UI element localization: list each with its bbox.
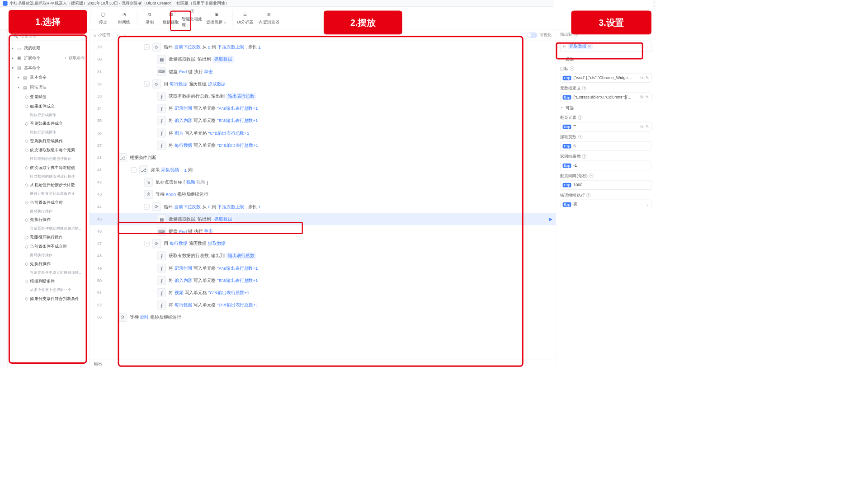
code-line[interactable]: 32−⟳用 每行数据 遍历数组 抓取数据 — [90, 78, 556, 90]
code-line[interactable]: 34⨍将 记录时间 写入单元格 "A"&输出表行总数+1 — [90, 103, 556, 115]
prop-interval-input[interactable]: Exp1000 — [560, 180, 651, 190]
group-required[interactable]: ⌃必选 — [556, 55, 656, 65]
breadcrumb[interactable]: ⌂ 小红书… › … › … — [94, 32, 131, 38]
fold-toggle[interactable]: − — [144, 241, 150, 246]
fold-toggle[interactable]: − — [144, 44, 150, 50]
fx-icon[interactable]: fx — [640, 124, 643, 129]
help-icon[interactable]: ? — [578, 135, 583, 139]
command-tree-item[interactable]: 从初始值开始按步长计数继续计数直至到结束值停止 — [8, 181, 89, 198]
code-line[interactable]: 56⏱等待 延时 毫秒后继续运行 — [90, 311, 556, 324]
code-line[interactable]: 42🖱鼠标点击目标 [ 视频 视频 ] — [90, 176, 556, 188]
activity-bar[interactable] — [0, 29, 8, 369]
node-basic-commands[interactable]: ▸▤基本命令 — [8, 73, 89, 83]
run-line-icon[interactable]: ▶ — [549, 217, 552, 222]
edit-icon[interactable]: ✎ — [646, 95, 649, 100]
command-tree-item[interactable]: 当前置条件成立时循环执行操作 — [8, 198, 89, 216]
edit-icon[interactable]: ✎ — [646, 124, 649, 129]
help-icon[interactable]: ? — [578, 115, 583, 120]
fold-toggle[interactable]: − — [144, 81, 150, 87]
prop-onerror-input[interactable]: Exp否⌄ — [560, 200, 651, 209]
code-line[interactable]: 41⎇根据条件判断 — [90, 151, 556, 164]
visualize-toggle[interactable]: 可视化 — [527, 32, 552, 38]
code-line[interactable]: 51⨍将 视频 写入单元格 "C"&输出表行总数+1 — [90, 286, 556, 299]
prop-rows-input[interactable]: Exp-1 — [560, 161, 651, 170]
code-line[interactable]: 43⏱等待 5000 毫秒后继续运行 — [90, 188, 556, 201]
fx-icon[interactable]: fx — [640, 75, 643, 80]
code-line[interactable]: 44−⟳循环 当前下拉次数 从 0 到 下拉次数上限, 步长 1 — [90, 201, 556, 213]
code-text: 等待 5000 毫秒后继续运行 — [156, 192, 208, 198]
code-line[interactable]: 41−⎇如果 采集视频 = 1 则 — [90, 164, 556, 176]
group-optional[interactable]: ⌃可选 — [556, 103, 656, 113]
section-extensions[interactable]: ▸▣扩展命令＋ 获取命令 — [8, 53, 89, 63]
command-tree-item[interactable]: 根据判断条件从多个分支中选择出一个 — [8, 277, 89, 294]
code-editor[interactable]: 29−⟳循环 当前下拉次数 从 0 到 下拉次数上限, 步长 130▦批量抓取数… — [90, 41, 556, 359]
prop-meta-input[interactable]: Exp{"ExtractTable":0,"Columns":[{…fx✎ — [560, 93, 651, 102]
toolbar-ui-analyzer-button[interactable]: ☱UI分析器 — [235, 8, 256, 28]
toolbar-data-extract-button[interactable]: ▦数据抓取 — [160, 8, 182, 28]
prop-target-input[interactable]: Exp{"wnd":[{"cls":"Chrome_Widge…fx✎ — [560, 73, 651, 83]
code-line[interactable]: 46⌨键盘 End 键 执行 单击 — [90, 225, 556, 237]
line-number: 41 — [90, 168, 105, 173]
prop-meta-label: 元数据定义 — [560, 85, 580, 91]
code-line[interactable]: 29−⟳循环 当前下拉次数 从 0 到 下拉次数上限, 步长 1 — [90, 41, 556, 53]
code-line[interactable]: 47−⟳用 每行数据 遍历数组 抓取数据 — [90, 238, 556, 250]
code-line[interactable]: 37⨍将 每行数据 写入单元格 "D"&输出表行总数+1 — [90, 139, 556, 151]
help-icon[interactable]: ? — [570, 66, 574, 71]
fx-icon[interactable]: fx — [640, 95, 643, 100]
code-line[interactable]: 45▦批量抓取数据, 输出到 抓取数据▶ — [90, 213, 556, 225]
toolbar-smart-doc-button[interactable]: Ⓐ智能文档处理 — [182, 8, 203, 28]
toolbar-find-target-button[interactable]: ▣查找目标 ⌄ — [203, 8, 230, 28]
command-item-label: 否则执行后续操作 — [30, 138, 62, 144]
code-line[interactable]: 52⨍将 每行数据 写入单元格 "D"&输出表行总数+1 — [90, 299, 556, 311]
command-tree-item[interactable]: 如果分支条件符合判断条件 — [8, 294, 89, 303]
code-line[interactable]: 33⨍获取有数据的行总数, 输出到 输出表行总数 — [90, 90, 556, 102]
prop-pages-input[interactable]: Exp5 — [560, 141, 651, 151]
code-line[interactable]: 48⨍获取有数据的行总数, 输出到 输出表行总数 — [90, 250, 556, 262]
output-panel-header[interactable]: 输出 — [90, 359, 556, 368]
command-tree-item[interactable]: 如果条件成立则执行后续操作 — [8, 102, 89, 119]
grid-icon: ▦ — [157, 215, 166, 224]
command-tree-item[interactable]: 变量赋值 — [8, 93, 89, 102]
code-line[interactable]: 31⌨键盘 End 键 执行 单击 — [90, 66, 556, 78]
command-tree-item[interactable]: 无限循环执行操作 — [8, 233, 89, 242]
code-text: 将 图片 写入单元格 "C"&输出表行总数+1 — [169, 130, 249, 136]
command-tree-item[interactable]: 当前置条件不成立时循环执行操作 — [8, 242, 89, 259]
section-my-favorites[interactable]: ▸▭我的收藏 — [8, 43, 89, 53]
command-tree-item[interactable]: 否则如果条件成立则执行后续操作 — [8, 119, 89, 137]
chevron-down-icon[interactable]: ⌄ — [646, 202, 649, 207]
prop-page-elem-input[interactable]: Exp""fx✎ — [560, 122, 651, 131]
fold-toggle[interactable]: − — [144, 204, 150, 210]
fold-toggle[interactable]: − — [131, 167, 137, 173]
line-number: 33 — [90, 94, 105, 99]
toolbar-builtin-browser-button[interactable]: ⊞内置浏览器 — [256, 8, 283, 28]
chip-remove-icon[interactable]: ✕ — [588, 44, 591, 49]
edit-icon[interactable]: ✎ — [646, 75, 649, 80]
annotation-banner-1: 1.选择 — [9, 10, 87, 34]
command-tree-item[interactable]: 先执行操作当后置条件不成立时继续循环… — [8, 259, 89, 277]
command-tree-item[interactable]: 先执行操作当后置条件成立时继续循环执… — [8, 216, 89, 233]
help-icon[interactable]: ? — [582, 86, 587, 90]
toolbar-record-button[interactable]: ⧉录制 — [139, 8, 160, 28]
command-tree-item[interactable]: 否则执行后续操作 — [8, 136, 89, 145]
help-icon[interactable]: ? — [586, 193, 591, 197]
toolbar-stop-button[interactable]: ◯停止 — [93, 8, 114, 28]
line-number: 30 — [90, 57, 105, 62]
help-icon[interactable]: ? — [582, 154, 587, 159]
code-line[interactable]: 35⨍将 输入内容 写入单元格 "B"&输出表行总数+1 — [90, 115, 556, 127]
code-text: 批量抓取数据, 输出到 抓取数据 — [169, 56, 234, 63]
user-badge[interactable]: 向倩 — [597, 0, 609, 1]
wait-icon: ⏱ — [118, 313, 127, 322]
section-basic-commands[interactable]: ▾▤基本命令 — [8, 63, 89, 73]
prop-output-to-input[interactable]: ⎘ 抓取数据✕ — [560, 41, 651, 52]
code-line[interactable]: 36⨍将 图片 写入单元格 "C"&输出表行总数+1 — [90, 127, 556, 139]
node-syntax[interactable]: ▾▤词法语法 — [8, 83, 89, 93]
command-item-label: 如果分支条件符合判断条件 — [30, 296, 79, 302]
code-line[interactable]: 50⨍将 输入内容 写入单元格 "B"&输出表行总数+1 — [90, 274, 556, 286]
code-line[interactable]: 30▦批量抓取数据, 输出到 抓取数据 — [90, 53, 556, 66]
command-tree-item[interactable]: 依次读取字典中每对键值针对取到的键值对进行操作 — [8, 163, 89, 181]
title-bar: 小红书爆款选题抓取RPA机器人（搜索版）2023年10月30日 - 流程创造者（… — [0, 0, 656, 7]
help-icon[interactable]: ? — [589, 174, 594, 178]
code-line[interactable]: 49⨍将 记录时间 写入单元格 "A"&输出表行总数+1 — [90, 262, 556, 274]
command-tree-item[interactable]: 依次读取数组中每个元素针对取到的元素进行操作 — [8, 145, 89, 163]
toolbar-timeline-button[interactable]: ◔时间线 — [113, 8, 135, 28]
